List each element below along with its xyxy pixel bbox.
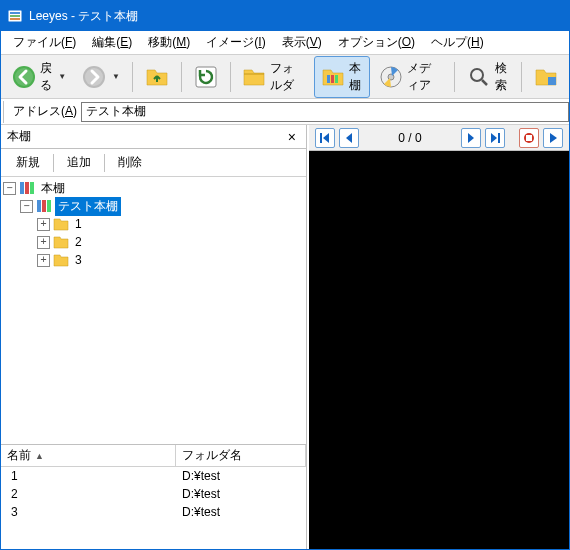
tree-label: 本棚 xyxy=(38,179,68,198)
extra-icon xyxy=(534,65,558,89)
search-label: 検索 xyxy=(495,60,510,94)
play-button[interactable] xyxy=(543,128,563,148)
delete-button[interactable]: 削除 xyxy=(109,150,151,175)
svg-rect-21 xyxy=(47,200,51,212)
window-title: Leeyes - テスト本棚 xyxy=(29,8,138,25)
media-label: メディア xyxy=(407,60,441,94)
search-button[interactable]: 検索 xyxy=(460,56,517,98)
folder-icon xyxy=(53,216,69,232)
svg-rect-22 xyxy=(320,133,322,143)
menu-move[interactable]: 移動(M) xyxy=(140,31,198,54)
titlebar: Leeyes - テスト本棚 xyxy=(1,1,569,31)
toolbar-separator xyxy=(230,62,231,92)
up-button[interactable] xyxy=(138,61,176,93)
grip-icon xyxy=(3,101,7,123)
sidebar: 本棚 × 新規 追加 削除 − 本棚 − テスト本棚 + xyxy=(1,125,307,549)
sidebar-close-button[interactable]: × xyxy=(284,129,300,145)
toolbar-separator xyxy=(181,62,182,92)
folder-icon xyxy=(242,65,266,89)
stop-button[interactable] xyxy=(519,128,539,148)
bookshelf-icon xyxy=(321,65,345,89)
svg-point-5 xyxy=(15,68,33,86)
add-button[interactable]: 追加 xyxy=(58,150,100,175)
svg-point-13 xyxy=(388,74,394,80)
image-viewer[interactable] xyxy=(309,151,569,549)
sidebar-header: 本棚 × xyxy=(1,125,306,149)
collapse-icon[interactable]: − xyxy=(20,200,33,213)
svg-rect-23 xyxy=(498,133,500,143)
folder-icon xyxy=(53,252,69,268)
forward-button[interactable]: ▼ xyxy=(75,61,127,93)
col-name-header[interactable]: 名前▲ xyxy=(1,445,176,466)
new-button[interactable]: 新規 xyxy=(7,150,49,175)
list-row[interactable]: 1 D:¥test xyxy=(1,467,306,485)
list-view[interactable]: 名前▲ フォルダ名 1 D:¥test 2 D:¥test 3 D:¥test xyxy=(1,445,306,549)
extra-button[interactable] xyxy=(527,61,565,93)
prev-page-button[interactable] xyxy=(339,128,359,148)
address-input[interactable] xyxy=(81,102,569,122)
media-icon xyxy=(379,65,403,89)
back-button[interactable]: 戻る ▼ xyxy=(5,56,73,98)
app-icon xyxy=(7,8,23,24)
svg-rect-2 xyxy=(10,15,20,17)
svg-point-14 xyxy=(471,69,483,81)
list-row[interactable]: 3 D:¥test xyxy=(1,503,306,521)
viewer-toolbar: 0 / 0 xyxy=(309,125,569,151)
tree-view[interactable]: − 本棚 − テスト本棚 + 1 + 2 xyxy=(1,177,306,445)
menu-edit[interactable]: 編集(E) xyxy=(84,31,140,54)
back-label: 戻る xyxy=(40,60,52,94)
menu-option[interactable]: オプション(O) xyxy=(330,31,423,54)
expand-icon[interactable]: + xyxy=(37,236,50,249)
refresh-button[interactable] xyxy=(187,61,225,93)
svg-rect-15 xyxy=(548,77,556,85)
back-dropdown-icon: ▼ xyxy=(56,72,66,81)
folder-up-icon xyxy=(145,65,169,89)
folder-label: フォルダ xyxy=(270,60,304,94)
svg-rect-11 xyxy=(335,75,338,83)
col-folder-header[interactable]: フォルダ名 xyxy=(176,445,306,466)
tree-node[interactable]: + 3 xyxy=(3,251,304,269)
cell-folder: D:¥test xyxy=(176,487,306,501)
toolbar-separator xyxy=(521,62,522,92)
tree-node[interactable]: + 1 xyxy=(3,215,304,233)
media-button[interactable]: メディア xyxy=(372,56,448,98)
refresh-icon xyxy=(194,65,218,89)
first-page-button[interactable] xyxy=(315,128,335,148)
svg-rect-20 xyxy=(42,200,46,212)
cell-folder: D:¥test xyxy=(176,469,306,483)
back-icon xyxy=(12,65,36,89)
sidebar-title: 本棚 xyxy=(7,128,284,145)
bookshelf-button[interactable]: 本棚 xyxy=(314,56,371,98)
bookshelf-root-icon xyxy=(19,180,35,196)
viewer-panel: 0 / 0 xyxy=(307,125,569,549)
svg-rect-9 xyxy=(327,75,330,83)
forward-dropdown-icon: ▼ xyxy=(110,72,120,81)
menu-image[interactable]: イメージ(I) xyxy=(198,31,273,54)
menu-file[interactable]: ファイル(F) xyxy=(5,31,84,54)
tree-root[interactable]: − 本棚 xyxy=(3,179,304,197)
svg-rect-3 xyxy=(10,18,20,20)
tree-label: テスト本棚 xyxy=(55,197,121,216)
folder-button[interactable]: フォルダ xyxy=(235,56,311,98)
tree-node[interactable]: + 2 xyxy=(3,233,304,251)
svg-rect-10 xyxy=(331,75,334,83)
menu-help[interactable]: ヘルプ(H) xyxy=(423,31,492,54)
svg-point-7 xyxy=(85,68,103,86)
expand-icon[interactable]: + xyxy=(37,218,50,231)
svg-rect-19 xyxy=(37,200,41,212)
sidebar-separator xyxy=(53,154,54,172)
list-row[interactable]: 2 D:¥test xyxy=(1,485,306,503)
svg-rect-25 xyxy=(526,135,532,141)
collapse-icon[interactable]: − xyxy=(3,182,16,195)
expand-icon[interactable]: + xyxy=(37,254,50,267)
svg-rect-16 xyxy=(20,182,24,194)
tree-label: 1 xyxy=(72,216,85,232)
toolbar-separator xyxy=(454,62,455,92)
tree-node-selected[interactable]: − テスト本棚 xyxy=(3,197,304,215)
last-page-button[interactable] xyxy=(485,128,505,148)
bookshelf-icon xyxy=(36,198,52,214)
next-page-button[interactable] xyxy=(461,128,481,148)
menu-view[interactable]: 表示(V) xyxy=(274,31,330,54)
sidebar-separator xyxy=(104,154,105,172)
toolbar-separator xyxy=(132,62,133,92)
